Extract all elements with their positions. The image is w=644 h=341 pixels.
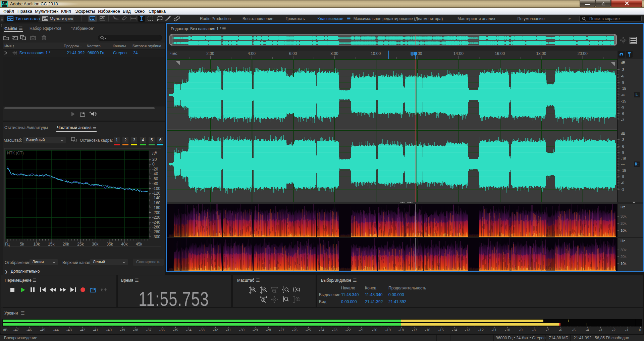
svg-text:-20: -20 bbox=[152, 167, 158, 172]
svg-text:-200: -200 bbox=[152, 210, 160, 215]
svg-text:8:00: 8:00 bbox=[330, 51, 338, 56]
svg-text:-45: -45 bbox=[40, 328, 45, 332]
svg-text:-21: -21 bbox=[359, 328, 364, 332]
svg-text:-30: -30 bbox=[239, 328, 245, 332]
svg-text:-36: -36 bbox=[159, 328, 165, 332]
svg-text:-∞: -∞ bbox=[621, 162, 625, 166]
svg-text:10k: 10k bbox=[621, 262, 627, 266]
svg-text:-10: -10 bbox=[505, 328, 510, 332]
svg-text:-14: -14 bbox=[452, 328, 457, 332]
svg-text:-13: -13 bbox=[465, 328, 470, 332]
svg-text:-3: -3 bbox=[621, 138, 624, 142]
svg-text:-300: -300 bbox=[152, 234, 160, 239]
svg-text:-18: -18 bbox=[398, 328, 404, 332]
svg-text:-31: -31 bbox=[226, 328, 231, 332]
svg-text:-3: -3 bbox=[599, 328, 602, 332]
svg-text:-220: -220 bbox=[152, 215, 160, 220]
svg-text:-20: -20 bbox=[372, 328, 377, 332]
svg-text:дБ: дБ bbox=[152, 150, 157, 155]
svg-text:-28: -28 bbox=[266, 328, 271, 332]
svg-text:-29: -29 bbox=[253, 328, 258, 332]
svg-text:-160: -160 bbox=[152, 201, 160, 205]
svg-text:Hz: Hz bbox=[621, 239, 625, 243]
svg-text:-15: -15 bbox=[621, 157, 626, 161]
svg-text:6:00: 6:00 bbox=[289, 51, 297, 56]
svg-text:30k: 30k bbox=[621, 214, 627, 218]
svg-text:-9: -9 bbox=[621, 80, 624, 84]
svg-text:20:00: 20:00 bbox=[578, 51, 588, 56]
svg-text:-42: -42 bbox=[80, 328, 85, 332]
svg-text:-40: -40 bbox=[152, 172, 158, 176]
svg-text:-15: -15 bbox=[621, 99, 626, 103]
svg-text:30k: 30k bbox=[621, 248, 627, 252]
svg-text:2:00: 2:00 bbox=[206, 51, 214, 56]
svg-text:0: 0 bbox=[152, 162, 155, 166]
svg-text:-9: -9 bbox=[621, 150, 624, 154]
svg-text:-1: -1 bbox=[625, 328, 629, 332]
svg-text:-6: -6 bbox=[621, 144, 624, 148]
svg-text:20k: 20k bbox=[621, 221, 627, 225]
svg-text:0: 0 bbox=[639, 328, 641, 332]
svg-text:-44: -44 bbox=[53, 328, 59, 332]
svg-text:-4: -4 bbox=[586, 328, 589, 332]
svg-text:ИТК (СТ): ИТК (СТ) bbox=[7, 151, 24, 155]
svg-text:-9: -9 bbox=[621, 175, 624, 179]
svg-text:45k: 45k bbox=[136, 242, 143, 247]
svg-text:15k: 15k bbox=[48, 242, 55, 247]
svg-text:-47: -47 bbox=[13, 328, 19, 332]
svg-text:-5: -5 bbox=[572, 328, 576, 332]
svg-text:-43: -43 bbox=[66, 328, 72, 332]
svg-text:14:00: 14:00 bbox=[453, 51, 464, 56]
svg-text:-15: -15 bbox=[438, 328, 444, 332]
svg-text:Hz: Hz bbox=[621, 205, 625, 209]
svg-text:-23: -23 bbox=[332, 328, 337, 332]
svg-text:12:00: 12:00 bbox=[412, 51, 422, 56]
svg-text:-41: -41 bbox=[93, 328, 98, 332]
svg-text:-2: -2 bbox=[612, 328, 615, 332]
svg-text:40k: 40k bbox=[121, 242, 128, 247]
svg-text:-38: -38 bbox=[133, 328, 138, 332]
svg-text:-32: -32 bbox=[213, 328, 218, 332]
svg-text:-26: -26 bbox=[292, 328, 298, 332]
svg-text:-280: -280 bbox=[152, 229, 160, 234]
svg-text:-6: -6 bbox=[559, 328, 562, 332]
svg-text:-17: -17 bbox=[412, 328, 417, 332]
svg-text:20: 20 bbox=[152, 157, 157, 162]
svg-text:-25: -25 bbox=[306, 328, 311, 332]
svg-text:dB: dB bbox=[621, 61, 625, 65]
svg-text:Гц: Гц bbox=[5, 242, 9, 247]
svg-text:-33: -33 bbox=[199, 328, 205, 332]
svg-text:-9: -9 bbox=[519, 328, 523, 332]
svg-text:-19: -19 bbox=[385, 328, 391, 332]
svg-text:-180: -180 bbox=[152, 205, 160, 210]
svg-text:-12: -12 bbox=[478, 328, 484, 332]
svg-text:-24: -24 bbox=[319, 328, 324, 332]
svg-text:-120: -120 bbox=[152, 191, 160, 196]
svg-text:20k: 20k bbox=[63, 242, 69, 247]
svg-text:10k: 10k bbox=[621, 228, 627, 232]
svg-text:16:00: 16:00 bbox=[495, 51, 505, 56]
svg-text:10:00: 10:00 bbox=[371, 51, 381, 56]
svg-text:-3: -3 bbox=[621, 118, 624, 122]
svg-text:-9: -9 bbox=[621, 105, 624, 109]
svg-text:30k: 30k bbox=[92, 242, 99, 247]
svg-text:-6: -6 bbox=[621, 74, 624, 78]
svg-text:-15: -15 bbox=[621, 86, 626, 90]
svg-text:-3: -3 bbox=[621, 68, 624, 72]
svg-text:-80: -80 bbox=[152, 181, 158, 186]
svg-text:-3: -3 bbox=[621, 187, 624, 191]
svg-text:-35: -35 bbox=[173, 328, 178, 332]
svg-text:-34: -34 bbox=[186, 328, 192, 332]
svg-text:18:00: 18:00 bbox=[536, 51, 546, 56]
svg-text:чмс: чмс bbox=[170, 51, 177, 56]
svg-text:dB: dB bbox=[3, 328, 7, 332]
svg-text:4:00: 4:00 bbox=[248, 51, 256, 56]
svg-text:25k: 25k bbox=[77, 242, 84, 247]
svg-text:20k: 20k bbox=[621, 255, 627, 259]
svg-text:-11: -11 bbox=[491, 328, 496, 332]
svg-text:-37: -37 bbox=[146, 328, 152, 332]
svg-text:-27: -27 bbox=[279, 328, 284, 332]
svg-text:-∞: -∞ bbox=[621, 93, 625, 97]
svg-text:-140: -140 bbox=[152, 196, 160, 200]
svg-text:-260: -260 bbox=[152, 225, 160, 229]
